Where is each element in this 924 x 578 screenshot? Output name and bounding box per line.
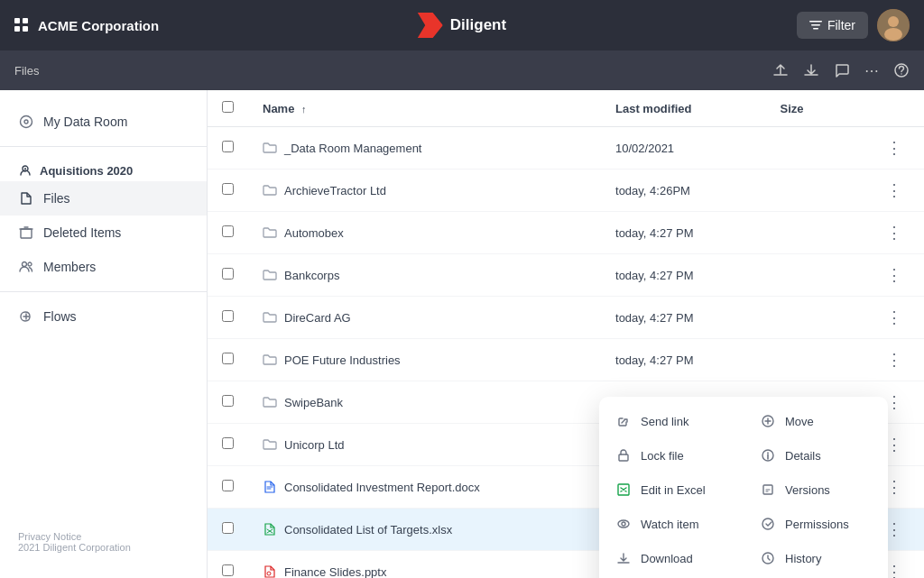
trash-icon xyxy=(18,225,34,241)
sidebar-item-members[interactable]: Members xyxy=(0,250,207,284)
chat-button[interactable] xyxy=(834,62,850,78)
copyright: 2021 Diligent Corporation xyxy=(18,542,189,553)
row-checkbox[interactable] xyxy=(222,395,234,407)
svg-point-5 xyxy=(884,28,902,41)
file-name: Automobex xyxy=(284,226,344,240)
versions-icon xyxy=(760,482,776,498)
context-menu-item-permissions[interactable]: Permissions xyxy=(744,507,888,541)
sidebar-section-label: Aquisitions 2020 xyxy=(0,154,207,181)
file-row-name[interactable]: _Data Room Management xyxy=(263,141,587,155)
file-row-name[interactable]: DireCard AG xyxy=(263,310,587,325)
app-name: Diligent xyxy=(450,16,506,34)
download-icon xyxy=(615,550,632,566)
download-icon xyxy=(803,62,819,78)
context-menu-item-lock-file[interactable]: Lock file xyxy=(599,438,744,472)
file-name: Bankcorps xyxy=(284,269,339,282)
file-size xyxy=(766,339,864,381)
row-checkbox[interactable] xyxy=(222,522,234,534)
folder-icon xyxy=(263,141,277,155)
svg-point-4 xyxy=(888,16,899,27)
row-more-button[interactable]: ⋮ xyxy=(879,221,910,244)
members-label: Members xyxy=(43,260,96,274)
file-name: Consolidated List of Targets.xlsx xyxy=(284,523,452,537)
row-checkbox[interactable] xyxy=(222,268,234,280)
file-row-name[interactable]: Finance Slides.pptx xyxy=(263,564,587,578)
sidebar-item-deleted-items[interactable]: Deleted Items xyxy=(0,216,207,250)
row-more-button[interactable]: ⋮ xyxy=(879,306,910,329)
sidebar-footer: Privacy Notice 2021 Diligent Corporation xyxy=(0,520,207,564)
row-checkbox[interactable] xyxy=(222,183,234,195)
svg-point-22 xyxy=(762,518,773,529)
file-row-name[interactable]: Consolidated List of Targets.xlsx xyxy=(263,522,587,537)
svg-point-11 xyxy=(24,168,26,170)
filter-button[interactable]: Filter xyxy=(797,12,868,39)
context-menu-item-history[interactable]: History xyxy=(744,541,888,575)
file-list-content: Name ↑ Last modified Size _Data Room Man… xyxy=(208,90,924,578)
upload-icon xyxy=(772,62,789,78)
context-menu-label-watch-item: Watch item xyxy=(641,518,699,531)
help-icon xyxy=(893,62,910,78)
context-menu-label-send-link: Send link xyxy=(641,415,688,428)
table-row: Bankcorpstoday, 4:27 PM⋮ xyxy=(208,254,924,297)
file-row-name[interactable]: POE Future Industries xyxy=(263,353,587,367)
svg-rect-0 xyxy=(809,21,822,23)
context-menu-item-move[interactable]: Move xyxy=(744,404,888,438)
context-menu: Send linkMoveLock fileDetailsEdit in Exc… xyxy=(599,397,888,578)
file-row-name[interactable]: Automobex xyxy=(263,225,587,240)
row-checkbox[interactable] xyxy=(222,310,234,322)
folder-icon xyxy=(263,225,277,240)
svg-point-8 xyxy=(21,116,32,128)
context-menu-item-watch-item[interactable]: Watch item xyxy=(599,507,744,541)
docx-icon xyxy=(263,480,277,494)
download-bar-button[interactable] xyxy=(803,62,819,78)
table-row: Automobextoday, 4:27 PM⋮ xyxy=(208,212,924,254)
file-row-name[interactable]: ArchieveTractor Ltd xyxy=(263,183,587,197)
sidebar-divider-1 xyxy=(0,146,207,147)
folder-icon xyxy=(263,268,277,282)
sidebar-item-flows[interactable]: Flows xyxy=(0,299,207,334)
row-checkbox[interactable] xyxy=(222,225,234,237)
context-menu-item-versions[interactable]: Versions xyxy=(744,472,888,507)
svg-point-21 xyxy=(622,522,625,526)
context-menu-item-edit-excel[interactable]: Edit in Excel xyxy=(599,472,744,507)
file-row-name[interactable]: Consolidated Investment Report.docx xyxy=(263,480,587,494)
user-avatar[interactable] xyxy=(877,9,910,41)
table-row: POE Future Industriestoday, 4:27 PM⋮ xyxy=(208,339,924,381)
sidebar: My Data Room Aquisitions 2020 Files xyxy=(0,90,208,578)
svg-point-7 xyxy=(901,73,902,75)
folder-icon xyxy=(263,353,277,367)
file-row-name[interactable]: Bankcorps xyxy=(263,268,587,282)
file-row-name[interactable]: Unicorp Ltd xyxy=(263,437,587,452)
sidebar-item-files[interactable]: Files xyxy=(0,181,207,216)
row-more-button[interactable]: ⋮ xyxy=(879,136,910,160)
header-name[interactable]: Name ↑ xyxy=(248,90,601,127)
row-more-button[interactable]: ⋮ xyxy=(879,263,910,287)
help-button[interactable] xyxy=(893,62,910,78)
pptx-icon xyxy=(263,564,277,578)
sidebar-item-my-data-room[interactable]: My Data Room xyxy=(0,105,207,139)
file-row-name[interactable]: SwipeBank xyxy=(263,395,587,409)
app-brand: Diligent xyxy=(418,13,506,38)
members-icon xyxy=(18,259,34,275)
context-menu-item-send-link[interactable]: Send link xyxy=(599,404,744,438)
context-menu-label-edit-excel: Edit in Excel xyxy=(641,483,706,497)
row-checkbox[interactable] xyxy=(222,141,234,152)
move-icon xyxy=(760,413,776,429)
context-menu-item-download[interactable]: Download xyxy=(599,541,744,575)
table-row: DireCard AGtoday, 4:27 PM⋮ xyxy=(208,297,924,339)
row-checkbox[interactable] xyxy=(222,437,234,449)
context-menu-item-details[interactable]: Details xyxy=(744,438,888,472)
row-more-button[interactable]: ⋮ xyxy=(879,348,910,372)
row-checkbox[interactable] xyxy=(222,353,234,364)
privacy-notice: Privacy Notice xyxy=(18,531,189,542)
file-name: Unicorp Ltd xyxy=(284,438,344,452)
more-options-button[interactable]: ⋯ xyxy=(864,62,879,79)
row-checkbox[interactable] xyxy=(222,480,234,491)
row-checkbox[interactable] xyxy=(222,564,234,576)
upload-button[interactable] xyxy=(772,62,789,78)
flows-label: Flows xyxy=(43,309,77,324)
folder-icon xyxy=(263,395,277,409)
select-all-checkbox[interactable] xyxy=(222,101,234,113)
row-more-button[interactable]: ⋮ xyxy=(879,179,910,202)
grid-icon xyxy=(14,18,29,32)
